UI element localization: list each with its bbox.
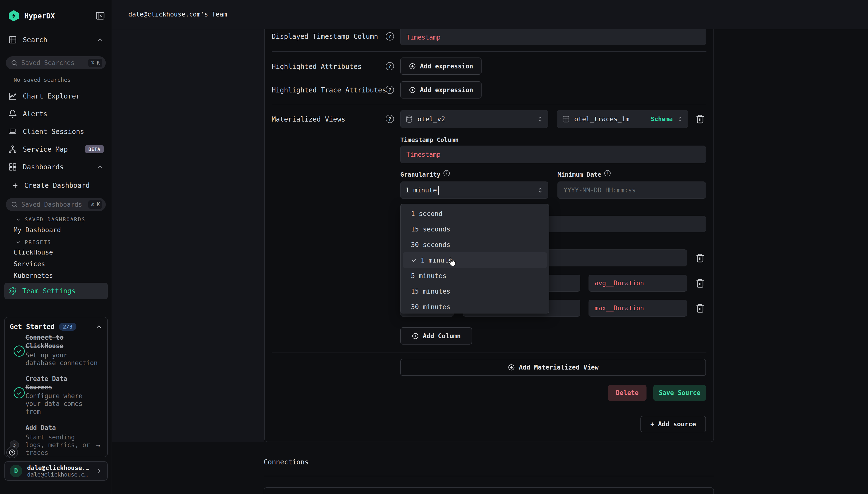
plus-circle-icon bbox=[409, 87, 416, 94]
user-menu[interactable]: D dale@clickhouse.… dale@clickhouse.c… bbox=[4, 461, 108, 481]
saved-searches-input[interactable]: Saved Searches ⌘ K bbox=[6, 56, 106, 70]
database-icon bbox=[405, 115, 413, 123]
view-select[interactable]: otel_v2 bbox=[400, 110, 548, 128]
add-column-button[interactable]: Add Column bbox=[400, 327, 472, 344]
granularity-select[interactable]: 1 minute bbox=[400, 182, 548, 199]
create-dashboard-label: Create Dashboard bbox=[24, 182, 90, 190]
hyperdx-logo-icon bbox=[8, 10, 19, 21]
get-started-item-2-title[interactable]: Create Data Sources bbox=[25, 375, 74, 392]
sidebar-item-clickhouse[interactable]: ClickHouse bbox=[14, 248, 53, 256]
text-caret bbox=[438, 186, 439, 195]
sidebar-item-alerts[interactable]: Alerts bbox=[8, 110, 104, 118]
help-fab[interactable] bbox=[6, 447, 18, 458]
sidebar-item-label: Alerts bbox=[23, 110, 47, 118]
section-label: PRESETS bbox=[25, 240, 52, 245]
table-select-value: otel_traces_1m bbox=[574, 115, 647, 123]
displayed-timestamp-label: Displayed Timestamp Column bbox=[272, 33, 378, 40]
presets-section[interactable]: PRESETS bbox=[15, 239, 52, 246]
connections-panel bbox=[264, 487, 714, 494]
minimum-date-label: Minimum Date bbox=[558, 171, 601, 178]
shortcut-badge: ⌘ K bbox=[88, 59, 102, 67]
dropdown-option[interactable]: 1 second bbox=[401, 206, 549, 221]
table-select[interactable]: otel_traces_1m Schema bbox=[557, 110, 688, 128]
divider bbox=[272, 353, 707, 353]
sidebar-item-kubernetes[interactable]: Kubernetes bbox=[14, 272, 53, 279]
timestamp-column-label: Timestamp Column bbox=[400, 136, 459, 144]
info-icon[interactable]: ? bbox=[443, 170, 450, 176]
chevron-right-icon bbox=[96, 468, 102, 474]
help-icon[interactable]: ? bbox=[386, 32, 394, 40]
get-started-item-3-title[interactable]: Add Data bbox=[25, 424, 79, 432]
sidebar-item-label: Search bbox=[23, 36, 91, 44]
sidebar-item-search[interactable]: Search bbox=[8, 35, 104, 44]
saved-dashboards-section[interactable]: SAVED DASHBOARDS bbox=[15, 216, 85, 223]
add-source-button[interactable]: + Add source bbox=[640, 416, 706, 432]
get-started-item-1-title[interactable]: Connect to ClickHouse bbox=[25, 334, 74, 350]
saved-dashboards-input[interactable]: Saved Dashboards ⌘ K bbox=[6, 198, 106, 211]
page-title: dale@clickhouse.com's Team bbox=[128, 11, 227, 18]
add-materialized-view-button[interactable]: Add Materialized View bbox=[400, 359, 706, 376]
dashboards-icon bbox=[8, 163, 17, 171]
bell-icon bbox=[8, 110, 17, 118]
help-icon[interactable]: ? bbox=[386, 86, 394, 94]
minimum-date-input[interactable] bbox=[558, 182, 706, 199]
sidebar-item-dashboards[interactable]: Dashboards bbox=[8, 163, 104, 171]
plus-icon bbox=[12, 182, 19, 189]
chevrons-updown-icon bbox=[677, 116, 683, 122]
sidebar-item-label: Dashboards bbox=[23, 163, 91, 171]
help-icon bbox=[8, 449, 16, 456]
materialized-views-label: Materialized Views bbox=[272, 115, 345, 123]
mouse-cursor bbox=[446, 256, 458, 267]
saved-dashboards-placeholder: Saved Dashboards bbox=[21, 201, 88, 208]
create-dashboard-button[interactable]: Create Dashboard bbox=[12, 182, 90, 190]
view-select-value: otel_v2 bbox=[418, 115, 533, 123]
column-alias-input[interactable]: max__Duration bbox=[589, 300, 687, 317]
delete-view-button[interactable] bbox=[695, 114, 705, 124]
sidebar-item-chart-explorer[interactable]: Chart Explorer bbox=[8, 92, 104, 100]
dropdown-option[interactable]: 30 seconds bbox=[401, 237, 549, 252]
add-expression-button[interactable]: Add expression bbox=[400, 57, 482, 75]
trash-icon bbox=[695, 303, 705, 313]
delete-source-button[interactable]: Delete bbox=[608, 385, 647, 401]
get-started-item-1-desc: Set up your database connection bbox=[25, 352, 99, 367]
granularity-value: 1 minute bbox=[405, 186, 437, 194]
timestamp-column-input[interactable]: Timestamp bbox=[400, 146, 706, 163]
schema-badge[interactable]: Schema bbox=[651, 115, 673, 122]
get-started-item-3-desc: Start sending logs, metrics, or traces bbox=[25, 433, 95, 457]
delete-column-button[interactable] bbox=[695, 253, 705, 263]
column-alias-input[interactable]: avg__Duration bbox=[589, 275, 687, 292]
delete-column-button[interactable] bbox=[695, 278, 705, 288]
check-circle-icon bbox=[14, 387, 25, 398]
sidebar-item-my-dashboard[interactable]: My Dashboard bbox=[14, 226, 61, 234]
dropdown-option-selected[interactable]: 1 minute bbox=[403, 252, 547, 268]
displayed-timestamp-input[interactable]: Timestamp bbox=[400, 30, 706, 45]
sidebar-item-client-sessions[interactable]: Client Sessions bbox=[8, 127, 104, 136]
user-name: dale@clickhouse.… bbox=[27, 464, 91, 471]
chevrons-updown-icon bbox=[537, 116, 544, 122]
granularity-label-row: Granularity ? bbox=[400, 171, 450, 178]
granularity-label: Granularity bbox=[400, 171, 441, 178]
sidebar-item-service-map[interactable]: Service Map BETA bbox=[8, 145, 104, 154]
search-icon bbox=[11, 59, 18, 66]
trash-icon bbox=[695, 278, 705, 288]
add-expression-button[interactable]: Add expression bbox=[400, 81, 482, 98]
dropdown-option[interactable]: 15 seconds bbox=[401, 221, 549, 237]
dropdown-option[interactable]: 5 minutes bbox=[401, 268, 549, 283]
sidebar-item-team-settings[interactable]: Team Settings bbox=[4, 283, 108, 299]
get-started-header[interactable]: Get Started 2/3 bbox=[10, 323, 102, 331]
dropdown-option[interactable]: 15 minutes bbox=[401, 283, 549, 299]
delete-column-button[interactable] bbox=[695, 303, 705, 313]
info-icon[interactable]: ? bbox=[604, 170, 611, 176]
search-table-icon bbox=[8, 35, 17, 44]
dropdown-option[interactable]: 30 minutes bbox=[401, 299, 549, 315]
help-icon[interactable]: ? bbox=[386, 115, 394, 123]
sidebar-item-services[interactable]: Services bbox=[14, 260, 45, 268]
granularity-dropdown: 1 second 15 seconds 30 seconds 1 minute … bbox=[400, 204, 549, 314]
arrow-right-icon: → bbox=[96, 441, 100, 450]
search-icon bbox=[11, 201, 18, 208]
save-source-button[interactable]: Save Source bbox=[653, 385, 706, 401]
section-label: SAVED DASHBOARDS bbox=[25, 217, 85, 223]
help-icon[interactable]: ? bbox=[386, 62, 394, 70]
sidebar-collapse-button[interactable] bbox=[95, 11, 105, 21]
get-started-panel: Get Started 2/3 Connect to ClickHouse Se… bbox=[4, 317, 108, 457]
